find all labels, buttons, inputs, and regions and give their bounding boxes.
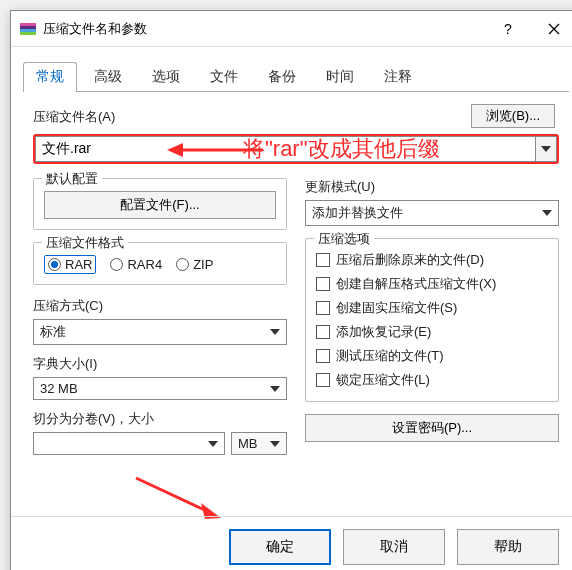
update-mode-label: 更新模式(U) — [305, 178, 375, 196]
archive-format-group: 压缩文件格式 RAR RAR4 ZIP — [33, 242, 287, 285]
opt-solid-archive[interactable]: 创建固实压缩文件(S) — [316, 299, 548, 317]
opt-test-archive[interactable]: 测试压缩的文件(T) — [316, 347, 548, 365]
svg-rect-1 — [20, 23, 36, 26]
tab-general[interactable]: 常规 — [23, 62, 77, 92]
checkbox-icon — [316, 301, 330, 315]
chevron-down-icon — [542, 210, 552, 216]
close-button[interactable] — [531, 13, 572, 45]
select-value: 添加并替换文件 — [312, 204, 403, 222]
dictionary-size-select[interactable]: 32 MB — [33, 377, 287, 400]
archive-name-dropdown[interactable] — [535, 136, 557, 162]
update-mode-select[interactable]: 添加并替换文件 — [305, 200, 559, 226]
dialog-window: 压缩文件名和参数 ? 常规 高级 选项 文件 备份 时间 注释 浏览(B)...… — [10, 10, 572, 570]
checkbox-label: 创建自解压格式压缩文件(X) — [336, 275, 496, 293]
svg-rect-2 — [20, 29, 36, 32]
dialog-title: 压缩文件名和参数 — [43, 20, 147, 38]
checkbox-label: 锁定压缩文件(L) — [336, 371, 430, 389]
filename-highlight: 将"rar"改成其他后缀 — [33, 134, 559, 164]
archive-format-legend: 压缩文件格式 — [42, 234, 128, 252]
format-zip-radio[interactable]: ZIP — [176, 257, 213, 272]
select-value: MB — [238, 436, 258, 451]
checkbox-label: 测试压缩的文件(T) — [336, 347, 444, 365]
checkbox-icon — [316, 277, 330, 291]
dialog-footer: 确定 取消 帮助 — [11, 516, 572, 565]
tab-options[interactable]: 选项 — [139, 62, 193, 92]
annotation-text: 将"rar"改成其他后缀 — [243, 134, 440, 164]
compression-method-select[interactable]: 标准 — [33, 319, 287, 345]
chevron-down-icon — [270, 329, 280, 335]
select-value: 标准 — [40, 323, 66, 341]
tab-time[interactable]: 时间 — [313, 62, 367, 92]
ok-button[interactable]: 确定 — [229, 529, 331, 565]
dictionary-size-label: 字典大小(I) — [33, 355, 97, 373]
volume-unit-select[interactable]: MB — [231, 432, 287, 455]
opt-recovery-record[interactable]: 添加恢复记录(E) — [316, 323, 548, 341]
archiving-options-legend: 压缩选项 — [314, 230, 374, 248]
volume-size-input[interactable] — [33, 432, 225, 455]
checkbox-icon — [316, 253, 330, 267]
chevron-down-icon — [270, 386, 280, 392]
svg-line-6 — [136, 478, 211, 513]
opt-create-sfx[interactable]: 创建自解压格式压缩文件(X) — [316, 275, 548, 293]
tab-comment[interactable]: 注释 — [371, 62, 425, 92]
checkbox-icon — [316, 349, 330, 363]
tab-strip: 常规 高级 选项 文件 备份 时间 注释 — [23, 61, 569, 92]
format-rar4-radio[interactable]: RAR4 — [110, 257, 162, 272]
opt-delete-after[interactable]: 压缩后删除原来的文件(D) — [316, 251, 548, 269]
opt-lock-archive[interactable]: 锁定压缩文件(L) — [316, 371, 548, 389]
chevron-down-icon — [270, 441, 280, 447]
filename-label: 压缩文件名(A) — [33, 108, 115, 126]
radio-label: ZIP — [193, 257, 213, 272]
checkbox-icon — [316, 325, 330, 339]
dialog-body: 浏览(B)... 压缩文件名(A) 将"rar"改成其他后缀 默认配置 配置文件… — [11, 92, 572, 455]
chevron-down-icon — [541, 146, 551, 152]
default-profile-legend: 默认配置 — [42, 170, 102, 188]
tab-advanced[interactable]: 高级 — [81, 62, 135, 92]
help-button[interactable]: ? — [485, 13, 531, 45]
checkbox-label: 添加恢复记录(E) — [336, 323, 431, 341]
set-password-button[interactable]: 设置密码(P)... — [305, 414, 559, 442]
profiles-button[interactable]: 配置文件(F)... — [44, 191, 276, 219]
help-button-footer[interactable]: 帮助 — [457, 529, 559, 565]
tab-files[interactable]: 文件 — [197, 62, 251, 92]
split-volume-label: 切分为分卷(V)，大小 — [33, 410, 154, 428]
radio-label: RAR — [65, 257, 92, 272]
radio-icon — [48, 258, 61, 271]
compression-method-label: 压缩方式(C) — [33, 297, 103, 315]
titlebar: 压缩文件名和参数 ? — [11, 11, 572, 47]
checkbox-icon — [316, 373, 330, 387]
archiving-options-group: 压缩选项 压缩后删除原来的文件(D) 创建自解压格式压缩文件(X) 创建固实压缩… — [305, 238, 559, 402]
app-icon — [19, 20, 37, 38]
format-rar-radio[interactable]: RAR — [44, 255, 96, 274]
checkbox-label: 创建固实压缩文件(S) — [336, 299, 457, 317]
svg-rect-3 — [20, 32, 36, 35]
checkbox-label: 压缩后删除原来的文件(D) — [336, 251, 484, 269]
radio-icon — [176, 258, 189, 271]
browse-button[interactable]: 浏览(B)... — [471, 104, 555, 128]
radio-label: RAR4 — [127, 257, 162, 272]
cancel-button[interactable]: 取消 — [343, 529, 445, 565]
svg-marker-5 — [167, 143, 183, 157]
chevron-down-icon — [208, 441, 218, 447]
tab-backup[interactable]: 备份 — [255, 62, 309, 92]
radio-icon — [110, 258, 123, 271]
select-value: 32 MB — [40, 381, 78, 396]
default-profile-group: 默认配置 配置文件(F)... — [33, 178, 287, 230]
